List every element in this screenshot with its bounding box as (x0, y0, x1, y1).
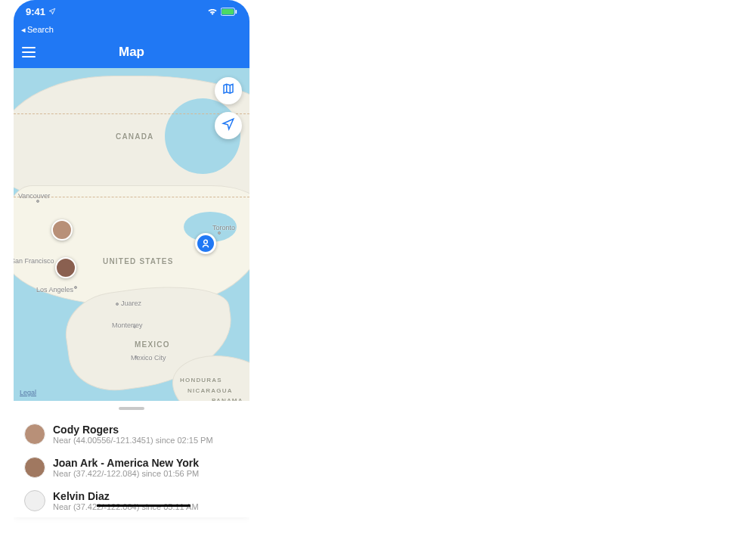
map-marker-pin[interactable] (195, 233, 216, 254)
person-detail: Near (37.422/-122.084) since 01:56 PM (53, 469, 239, 478)
page-title: Map (14, 45, 249, 60)
map-marker-avatar-1[interactable] (51, 219, 73, 241)
country-label-mexico: MEXICO (135, 340, 170, 349)
svg-point-3 (204, 240, 208, 244)
nav-bar: Map (14, 36, 249, 68)
avatar (24, 490, 45, 511)
avatar (24, 424, 45, 445)
redaction-bar (97, 505, 191, 507)
sheet-grabber[interactable] (119, 407, 144, 410)
map-view[interactable]: CANADA UNITED STATES MEXICO HONDURAS NIC… (14, 68, 249, 401)
status-time: 9:41 (26, 6, 45, 17)
person-row-2[interactable]: Kelvin Diaz Near (37.422/-122.084) since… (14, 484, 249, 517)
map-layers-button[interactable] (215, 77, 242, 104)
country-label-nicaragua: NICARAGUA (187, 387, 233, 394)
person-detail: Near (37.422/-122.084) since 05:11 AM (53, 502, 239, 511)
menu-button[interactable] (14, 47, 44, 57)
people-sheet[interactable]: Cody Rogers Near (44.00556/-121.3451) si… (14, 401, 249, 517)
svg-rect-2 (235, 9, 237, 13)
map-marker-avatar-2[interactable] (55, 257, 76, 278)
wifi-icon (207, 8, 218, 15)
back-label: Search (27, 25, 54, 34)
person-row-1[interactable]: Joan Ark - America New York Near (37.422… (14, 451, 249, 484)
person-row-0[interactable]: Cody Rogers Near (44.00556/-121.3451) si… (14, 418, 249, 451)
location-services-icon (48, 8, 56, 15)
map-legal-link[interactable]: Legal (20, 389, 36, 396)
locate-arrow-icon (222, 117, 235, 134)
city-label-vancouver: Vancouver (18, 192, 50, 200)
back-caret-icon: ◂ (21, 25, 26, 35)
city-label-monterrey: Monterrey (112, 321, 143, 329)
person-name: Kelvin Diaz (53, 490, 239, 502)
svg-rect-1 (222, 8, 234, 14)
avatar (24, 457, 45, 478)
country-label-usa: UNITED STATES (103, 257, 174, 265)
locate-me-button[interactable] (215, 112, 242, 139)
person-name: Joan Ark - America New York (53, 457, 239, 469)
battery-icon (221, 8, 237, 16)
status-bar: 9:41 (14, 0, 249, 23)
country-label-canada: CANADA (116, 132, 154, 141)
city-label-sanfrancisco: San Francisco (14, 257, 54, 265)
back-to-search[interactable]: ◂ Search (14, 23, 249, 36)
country-label-panama: PANAMA (212, 397, 243, 401)
person-detail: Near (44.00556/-121.3451) since 02:15 PM (53, 436, 239, 445)
phone-screen: 9:41 ◂ Search Map (14, 0, 249, 534)
map-layers-icon (222, 82, 235, 99)
person-name: Cody Rogers (53, 424, 239, 436)
city-label-mexicocity: Mexico City (131, 354, 166, 362)
country-label-honduras: HONDURAS (180, 377, 222, 383)
city-label-juarez: Juarez (121, 300, 141, 307)
city-label-toronto: Toronto (212, 224, 235, 231)
city-label-losangeles: Los Angeles (36, 286, 73, 293)
